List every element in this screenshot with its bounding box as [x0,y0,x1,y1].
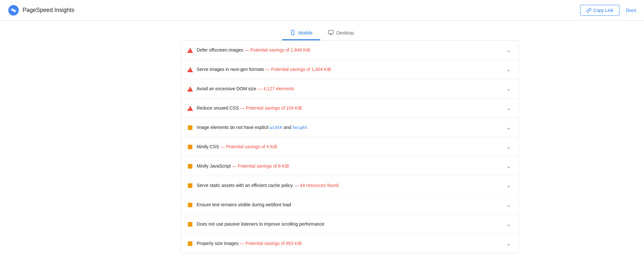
warning-icon [187,202,193,208]
warning-icon [187,125,193,131]
audit-title: Minify JavaScript — Potential savings of… [197,163,289,170]
audit-title: Serve images in next-gen formats — Poten… [197,66,331,73]
error-icon [187,47,193,53]
audit-row: Serve static assets with an efficient ca… [181,176,518,195]
audit-title: Reduce unused CSS — Potential savings of… [197,105,302,112]
chevron-icon[interactable]: ⌄ [505,123,512,132]
audit-title: Ensure text remains visible during webfo… [197,202,291,208]
audit-row: Serve images in next-gen formats — Poten… [181,60,518,79]
audit-row: Avoid an excessive DOM size — 4,127 elem… [181,79,518,99]
mobile-icon [290,30,296,35]
error-icon [187,86,193,92]
audit-row-content: Reduce unused CSS — Potential savings of… [187,105,505,112]
warning-icon [187,163,193,169]
chevron-icon[interactable]: ⌄ [505,46,512,54]
audit-row-content: Serve static assets with an efficient ca… [187,182,505,189]
chevron-icon[interactable]: ⌄ [505,142,512,151]
tab-desktop[interactable]: Desktop [320,26,362,40]
warning-icon [187,183,193,189]
audit-row-content: Minify JavaScript — Potential savings of… [187,163,505,170]
link-icon [586,8,591,13]
audit-panel: Defer offscreen images — Potential savin… [180,40,519,253]
audit-row-content: Minify CSS — Potential savings of 4 KiB [187,144,505,150]
audit-title: Image elements do not have explicit widt… [197,124,308,131]
audit-row-content: Does not use passive listeners to improv… [187,221,505,228]
device-tabs: Mobile Desktop [0,21,644,40]
audit-title: Properly size images — Potential savings… [197,240,302,247]
app-title: PageSpeed Insights [23,7,74,14]
copy-link-button[interactable]: Copy Link [580,5,620,16]
svg-point-1 [12,9,14,11]
chevron-icon[interactable]: ⌄ [505,162,512,170]
warning-icon [187,144,193,150]
content-area: Defer offscreen images — Potential savin… [97,40,548,253]
chevron-icon[interactable]: ⌄ [505,65,512,74]
pagespeed-logo-icon [8,5,19,16]
docs-link[interactable]: Docs [626,8,636,13]
audit-row: Reduce unused CSS — Potential savings of… [181,99,518,118]
header: PageSpeed Insights Copy Link Docs [0,0,644,21]
chevron-icon[interactable]: ⌄ [505,104,512,112]
audit-title: Does not use passive listeners to improv… [197,221,325,228]
audit-title: Avoid an excessive DOM size — 4,127 elem… [197,86,294,92]
desktop-icon [328,30,334,35]
audit-row: Does not use passive listeners to improv… [181,215,518,234]
audit-row: Ensure text remains visible during webfo… [181,195,518,215]
warning-icon [187,221,193,227]
audit-title: Serve static assets with an efficient ca… [197,182,339,189]
audit-row-content: Avoid an excessive DOM size — 4,127 elem… [187,86,505,92]
audit-title: Minify CSS — Potential savings of 4 KiB [197,144,277,150]
audit-title: Defer offscreen images — Potential savin… [197,47,310,54]
tab-desktop-label: Desktop [336,30,354,35]
chevron-icon[interactable]: ⌄ [505,200,512,209]
audit-row: Minify CSS — Potential savings of 4 KiB … [181,137,518,157]
audit-row: Minify JavaScript — Potential savings of… [181,157,518,176]
audit-row-content: Serve images in next-gen formats — Poten… [187,66,505,73]
audit-row-content: Defer offscreen images — Potential savin… [187,47,505,54]
audit-row-content: Ensure text remains visible during webfo… [187,202,505,208]
chevron-icon[interactable]: ⌄ [505,84,512,93]
warning-icon [187,241,193,247]
audit-row: Defer offscreen images — Potential savin… [181,41,518,60]
header-actions: Copy Link Docs [580,5,636,16]
audit-row: Image elements do not have explicit widt… [181,118,518,137]
audit-row-content: Properly size images — Potential savings… [187,240,505,247]
header-logo-section: PageSpeed Insights [8,5,74,16]
error-icon [187,67,193,73]
chevron-icon[interactable]: ⌄ [505,220,512,229]
chevron-icon[interactable]: ⌄ [505,239,512,248]
audit-row: Properly size images — Potential savings… [181,234,518,253]
svg-rect-4 [329,30,333,34]
audit-row-content: Image elements do not have explicit widt… [187,124,505,131]
tab-mobile[interactable]: Mobile [282,26,320,40]
chevron-icon[interactable]: ⌄ [505,181,512,190]
main-content: Defer offscreen images — Potential savin… [0,40,644,263]
tab-mobile-label: Mobile [298,30,312,35]
error-icon [187,105,193,111]
